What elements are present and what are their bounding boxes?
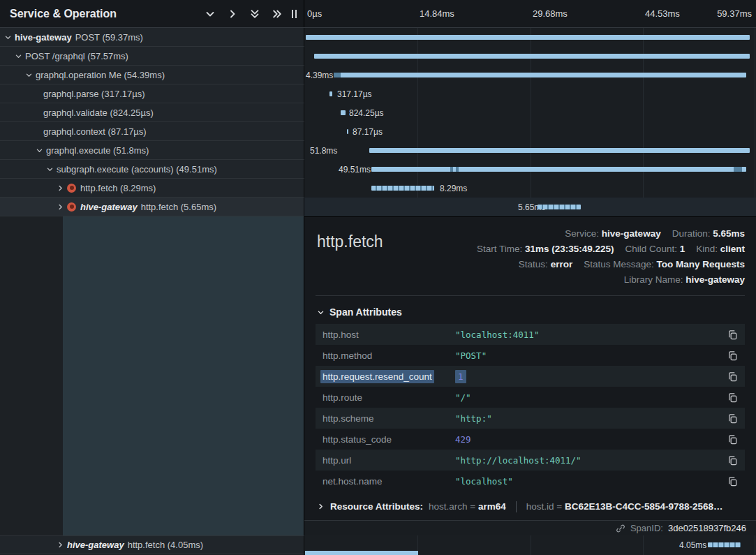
- attribute-row[interactable]: http.method "POST": [316, 345, 745, 366]
- span-timeline[interactable]: 49.51ms: [304, 160, 756, 179]
- duration-bar[interactable]: [538, 205, 581, 209]
- span-tree-entry[interactable]: POST /graphql (57.57ms): [0, 47, 304, 66]
- span-tree-entry[interactable]: graphql.operation Me (54.39ms): [0, 66, 304, 84]
- chevron-down-icon[interactable]: [15, 52, 22, 60]
- attribute-value[interactable]: "http:": [455, 413, 492, 424]
- span-row: graphql.context (87.17µs) 87.17µs: [0, 122, 756, 141]
- library-name-label: Library Name:: [624, 274, 683, 285]
- attribute-value[interactable]: 1: [455, 370, 466, 383]
- duration-label: 51.8ms: [310, 146, 337, 156]
- duration-label: 49.51ms: [339, 165, 371, 175]
- chevron-right-icon[interactable]: [57, 203, 64, 211]
- span-timeline[interactable]: [304, 28, 756, 47]
- duration-bar[interactable]: [708, 542, 741, 547]
- attribute-key[interactable]: http.status_code: [323, 434, 455, 445]
- attribute-value[interactable]: "/": [455, 392, 471, 403]
- chevron-down-icon[interactable]: [205, 8, 216, 20]
- span-timeline[interactable]: 824.25µs: [304, 103, 756, 122]
- resource-key: host.id: [526, 501, 554, 512]
- ruler-tick: 29.68ms: [533, 8, 568, 19]
- copy-icon[interactable]: [727, 350, 738, 361]
- copy-icon[interactable]: [727, 434, 738, 445]
- span-tree-entry[interactable]: hive-gateway POST (59.37ms): [0, 28, 304, 47]
- chevron-right-icon[interactable]: [227, 8, 238, 20]
- tree-controls: [205, 8, 283, 20]
- attribute-row[interactable]: http.route "/": [316, 387, 745, 408]
- resource-attributes-row[interactable]: Resource Attributes: host.arch = arm64 h…: [304, 491, 756, 520]
- copy-icon[interactable]: [727, 330, 738, 340]
- span-attributes-section-toggle[interactable]: Span Attributes: [304, 296, 756, 324]
- span-timeline[interactable]: 317.17µs: [304, 84, 756, 103]
- span-tree-entry[interactable]: graphql.parse (317.17µs): [0, 84, 304, 103]
- chevrons-right-icon[interactable]: [272, 8, 283, 20]
- span-timeline[interactable]: 51.8ms: [304, 141, 756, 160]
- chevron-right-icon[interactable]: [57, 184, 64, 192]
- tree-header: Service & Operation: [0, 0, 304, 27]
- ruler-tick: 59.37ms: [717, 8, 752, 19]
- attribute-key[interactable]: http.url: [323, 455, 455, 466]
- copy-icon[interactable]: [727, 413, 738, 424]
- attribute-value[interactable]: "localhost:4011": [455, 330, 539, 340]
- chevrons-down-icon[interactable]: [249, 8, 260, 20]
- copy-icon[interactable]: [727, 392, 738, 403]
- span-timeline[interactable]: 8.29ms: [304, 179, 756, 198]
- chevron-right-icon[interactable]: [57, 541, 64, 549]
- equals-sign: =: [470, 501, 475, 512]
- resource-key: host.arch: [429, 501, 468, 512]
- span-label: POST (59.37ms): [75, 32, 143, 43]
- span-tree-entry[interactable]: http.fetch (8.29ms): [0, 179, 304, 198]
- span-tree-entry[interactable]: hive-gateway http.fetch (5.65ms): [0, 198, 304, 216]
- copy-icon[interactable]: [727, 371, 738, 382]
- span-tree-entry[interactable]: graphql.validate (824.25µs): [0, 103, 304, 122]
- copy-icon[interactable]: [727, 455, 738, 466]
- attribute-key[interactable]: http.scheme: [323, 413, 455, 424]
- attribute-key[interactable]: http.method: [323, 350, 455, 361]
- span-row-selected: hive-gateway http.fetch (5.65ms) 5.65ms: [0, 198, 756, 216]
- attribute-key[interactable]: http.host: [323, 330, 455, 340]
- attribute-key[interactable]: net.host.name: [323, 476, 455, 487]
- span-tree-entry[interactable]: graphql.execute (51.8ms): [0, 141, 304, 160]
- duration-bar[interactable]: [369, 148, 750, 153]
- start-time-value: 31ms (23:35:49.225): [525, 244, 614, 254]
- attribute-row[interactable]: net.host.name "localhost": [316, 471, 745, 491]
- duration-bar[interactable]: [371, 167, 746, 172]
- link-icon[interactable]: [616, 524, 625, 533]
- attribute-value[interactable]: "localhost": [455, 476, 513, 487]
- attribute-key[interactable]: http.request.resend_count: [320, 370, 434, 383]
- span-timeline[interactable]: 5.65ms: [304, 198, 756, 216]
- duration-bar[interactable]: [314, 54, 750, 59]
- duration-bar[interactable]: [347, 129, 348, 134]
- copy-icon[interactable]: [727, 476, 738, 487]
- attribute-value[interactable]: "http://localhost:4011/": [455, 455, 581, 466]
- attribute-row[interactable]: http.host "localhost:4011": [316, 324, 745, 345]
- attribute-value[interactable]: "POST": [455, 350, 487, 361]
- duration-bar[interactable]: [306, 35, 750, 40]
- duration-bar[interactable]: [334, 73, 746, 77]
- chevron-down-icon[interactable]: [4, 34, 12, 41]
- attribute-key[interactable]: http.route: [323, 392, 455, 403]
- span-timeline[interactable]: 4.39ms: [304, 66, 756, 84]
- span-label: graphql.execute (51.8ms): [46, 145, 149, 156]
- span-timeline[interactable]: [304, 47, 756, 66]
- duration-bar[interactable]: [329, 91, 332, 96]
- panel-resize-handle[interactable]: [292, 10, 297, 18]
- span-timeline[interactable]: 87.17µs: [304, 122, 756, 141]
- attribute-row[interactable]: http.scheme "http:": [316, 408, 745, 429]
- span-label: graphql.validate (824.25µs): [43, 108, 154, 118]
- attribute-row-selected[interactable]: http.request.resend_count 1: [316, 366, 745, 387]
- span-tree-entry[interactable]: graphql.context (87.17µs): [0, 122, 304, 141]
- kind-value: client: [720, 244, 745, 254]
- chevron-down-icon[interactable]: [25, 71, 33, 79]
- duration-bar[interactable]: [371, 186, 434, 191]
- span-tree-entry[interactable]: subgraph.execute (accounts) (49.51ms): [0, 160, 304, 179]
- duration-bar[interactable]: [341, 110, 346, 115]
- attribute-value[interactable]: 429: [455, 434, 471, 445]
- library-name-value: hive-gateway: [685, 274, 745, 285]
- attribute-row[interactable]: http.status_code 429: [316, 429, 745, 450]
- span-label: http.fetch (4.05ms): [128, 540, 203, 550]
- child-count-label: Child Count:: [625, 244, 677, 254]
- span-tree-entry[interactable]: hive-gateway http.fetch (4.05ms): [0, 535, 304, 554]
- chevron-down-icon[interactable]: [36, 147, 43, 154]
- chevron-down-icon[interactable]: [46, 165, 54, 173]
- attribute-row[interactable]: http.url "http://localhost:4011/": [316, 450, 745, 471]
